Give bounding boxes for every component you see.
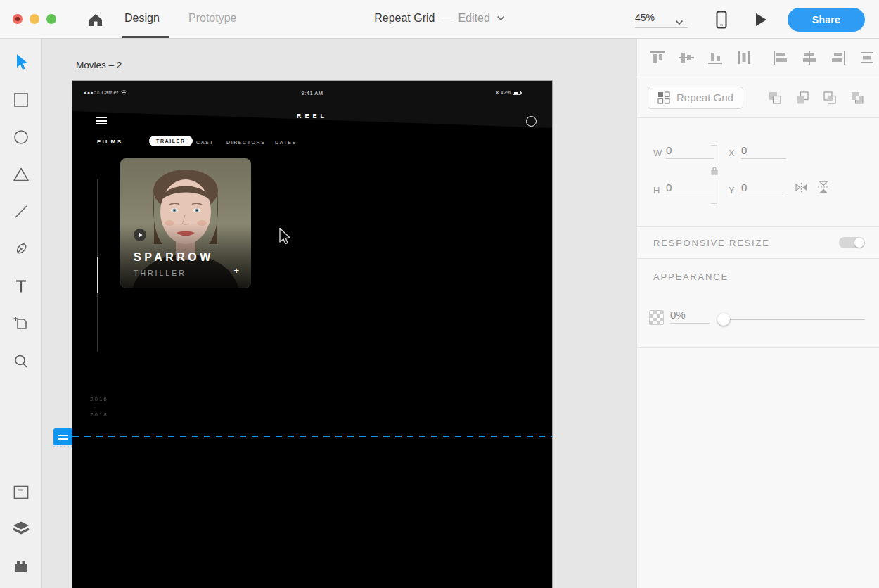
active-tab-underline [122,36,169,38]
repeat-grid-handle-dots [53,446,72,447]
films-label: FILMS [97,139,123,145]
tab-design[interactable]: Design [124,12,160,25]
desktop-preview-play-icon[interactable] [754,12,768,30]
home-icon[interactable] [86,11,105,29]
phone-app-title: REEL [72,113,552,120]
ellipse-tool-icon[interactable] [12,128,30,146]
opacity-slider[interactable] [718,319,865,320]
window-minimize-button[interactable] [30,14,39,24]
phone-tab-trailer: TRAILER [149,136,193,146]
x-field[interactable] [741,142,786,159]
height-field[interactable] [666,179,714,196]
repeat-grid-handle[interactable] [53,428,72,445]
movie-card[interactable]: SPARROW THRILLER + [120,158,251,288]
artboard-tool-icon[interactable] [12,314,30,333]
chevron-down-icon [496,15,505,21]
window-zoom-button[interactable] [46,14,56,24]
responsive-resize-label: RESPONSIVE RESIZE [653,238,770,248]
x-label: X [729,148,735,158]
align-top-icon[interactable] [648,49,667,66]
repeat-grid-boundary-line[interactable] [72,436,552,437]
phone-tab-dates: DATES [275,140,297,145]
document-status: Edited [458,12,489,25]
width-field[interactable] [666,142,714,159]
zoom-chevron-down-icon[interactable] [675,15,684,28]
app-toolbar: Design Prototype Repeat Grid — Edited 45… [0,0,879,39]
appearance-section: APPEARANCE [637,259,879,348]
select-tool-icon[interactable] [12,53,30,71]
appearance-label: APPEARANCE [653,271,729,282]
responsive-resize-toggle[interactable] [839,237,865,248]
opacity-slider-knob[interactable] [717,313,730,326]
distribute-horizontal-icon[interactable] [735,49,753,66]
align-horizontal-center-icon[interactable] [800,49,819,66]
phone-statusbar-time: 9:41 AM [72,90,552,96]
plugins-panel-icon[interactable] [12,557,30,575]
year-label-2016: 2016 [90,396,108,402]
title-separator: — [441,13,451,25]
layers-panel-icon[interactable] [12,520,30,538]
artboard-title[interactable]: Movies – 2 [76,60,122,70]
design-canvas[interactable]: Movies – 2 ●●●○○ Carrier 9:41 AM ✕ 42% R… [42,39,636,588]
mouse-cursor [278,227,294,250]
property-inspector: Repeat Grid W X H Y [636,39,879,588]
artboard-movies-2[interactable]: ●●●○○ Carrier 9:41 AM ✕ 42% REEL FILMS T… [72,81,552,588]
scroll-indicator-thumb [97,257,98,293]
document-title[interactable]: Repeat Grid — Edited [374,12,505,25]
phone-header-background [72,81,552,129]
transform-section: W X H Y [637,118,879,227]
repeat-grid-button-label: Repeat Grid [676,91,733,103]
year-label-2018: 2018 [90,411,108,418]
phone-statusbar-battery: ✕ 42% [495,90,521,96]
repeat-grid-button[interactable]: Repeat Grid [648,87,743,109]
align-left-icon[interactable] [771,49,790,66]
year-divider: - [94,404,96,410]
opacity-field[interactable] [670,307,710,324]
opacity-checkerboard-icon [649,310,664,325]
align-right-icon[interactable] [829,49,847,66]
polygon-tool-icon[interactable] [12,165,30,184]
line-tool-icon[interactable] [12,203,30,221]
device-preview-icon[interactable] [716,11,727,32]
phone-tab-directors: DIRECTORS [226,140,266,145]
rectangle-tool-icon[interactable] [12,91,30,109]
boolean-subtract-icon[interactable] [793,89,811,106]
window-close-button[interactable] [13,14,23,24]
repeat-grid-section: Repeat Grid [637,77,879,118]
alignment-section [637,39,879,77]
pen-tool-icon[interactable] [12,240,30,258]
text-tool-icon[interactable] [12,277,30,295]
document-name: Repeat Grid [374,12,435,25]
phone-tab-cast: CAST [196,140,214,145]
flip-vertical-icon[interactable] [817,180,830,197]
align-bottom-icon[interactable] [706,49,724,66]
y-field[interactable] [741,179,786,196]
search-circle-icon [526,116,537,127]
repeat-grid-icon [657,91,670,104]
responsive-resize-section: RESPONSIVE RESIZE [637,227,879,259]
movie-title: SPARROW [134,251,214,264]
align-vertical-center-icon[interactable] [677,49,695,66]
height-label: H [653,185,660,196]
toggle-knob [854,238,864,248]
y-label: Y [729,185,735,196]
flip-horizontal-icon[interactable] [795,181,808,196]
tab-prototype[interactable]: Prototype [188,12,236,25]
play-button-icon [134,229,146,241]
boolean-exclude-icon[interactable] [848,89,866,106]
boolean-intersect-icon[interactable] [821,89,839,106]
movie-genre: THRILLER [134,269,186,277]
distribute-vertical-icon[interactable] [858,49,876,66]
assets-panel-icon[interactable] [12,483,30,501]
width-label: W [653,148,662,158]
add-movie-icon: + [233,265,239,276]
boolean-add-icon[interactable] [766,89,784,106]
zoom-tool-icon[interactable] [12,352,30,371]
tools-sidebar [0,39,42,588]
share-button[interactable]: Share [788,8,865,32]
battery-icon [513,91,521,95]
lock-aspect-icon[interactable] [710,165,719,177]
